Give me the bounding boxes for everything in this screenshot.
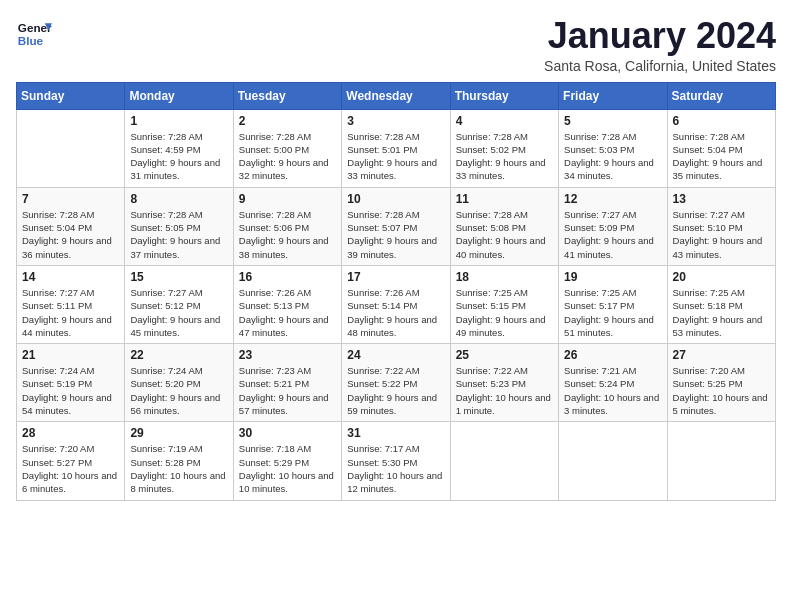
day-number: 6 xyxy=(673,114,770,128)
sunset-text: Sunset: 5:17 PM xyxy=(564,300,634,311)
logo: General Blue xyxy=(16,16,52,52)
cell-info: Sunrise: 7:28 AMSunset: 5:00 PMDaylight:… xyxy=(239,130,336,183)
calendar-cell: 10Sunrise: 7:28 AMSunset: 5:07 PMDayligh… xyxy=(342,187,450,265)
sunset-text: Sunset: 5:27 PM xyxy=(22,457,92,468)
calendar-cell: 14Sunrise: 7:27 AMSunset: 5:11 PMDayligh… xyxy=(17,265,125,343)
calendar-cell: 17Sunrise: 7:26 AMSunset: 5:14 PMDayligh… xyxy=(342,265,450,343)
sunrise-text: Sunrise: 7:25 AM xyxy=(456,287,528,298)
day-number: 4 xyxy=(456,114,553,128)
sunrise-text: Sunrise: 7:28 AM xyxy=(239,209,311,220)
sunset-text: Sunset: 5:28 PM xyxy=(130,457,200,468)
day-number: 19 xyxy=(564,270,661,284)
day-number: 17 xyxy=(347,270,444,284)
sunset-text: Sunset: 5:21 PM xyxy=(239,378,309,389)
calendar-cell: 6Sunrise: 7:28 AMSunset: 5:04 PMDaylight… xyxy=(667,109,775,187)
calendar-cell: 4Sunrise: 7:28 AMSunset: 5:02 PMDaylight… xyxy=(450,109,558,187)
sunrise-text: Sunrise: 7:24 AM xyxy=(130,365,202,376)
cell-info: Sunrise: 7:24 AMSunset: 5:20 PMDaylight:… xyxy=(130,364,227,417)
calendar-week-row: 1Sunrise: 7:28 AMSunset: 4:59 PMDaylight… xyxy=(17,109,776,187)
day-number: 10 xyxy=(347,192,444,206)
weekday-header-tuesday: Tuesday xyxy=(233,82,341,109)
month-title: January 2024 xyxy=(544,16,776,56)
cell-info: Sunrise: 7:27 AMSunset: 5:09 PMDaylight:… xyxy=(564,208,661,261)
sunset-text: Sunset: 5:00 PM xyxy=(239,144,309,155)
calendar-cell: 3Sunrise: 7:28 AMSunset: 5:01 PMDaylight… xyxy=(342,109,450,187)
daylight-text: Daylight: 9 hours and 45 minutes. xyxy=(130,314,220,338)
sunrise-text: Sunrise: 7:28 AM xyxy=(347,209,419,220)
calendar-cell: 2Sunrise: 7:28 AMSunset: 5:00 PMDaylight… xyxy=(233,109,341,187)
sunset-text: Sunset: 5:02 PM xyxy=(456,144,526,155)
cell-info: Sunrise: 7:28 AMSunset: 5:04 PMDaylight:… xyxy=(22,208,119,261)
day-number: 2 xyxy=(239,114,336,128)
cell-info: Sunrise: 7:28 AMSunset: 5:07 PMDaylight:… xyxy=(347,208,444,261)
cell-info: Sunrise: 7:25 AMSunset: 5:17 PMDaylight:… xyxy=(564,286,661,339)
day-number: 30 xyxy=(239,426,336,440)
daylight-text: Daylight: 9 hours and 47 minutes. xyxy=(239,314,329,338)
sunset-text: Sunset: 5:03 PM xyxy=(564,144,634,155)
day-number: 20 xyxy=(673,270,770,284)
daylight-text: Daylight: 9 hours and 38 minutes. xyxy=(239,235,329,259)
day-number: 27 xyxy=(673,348,770,362)
sunset-text: Sunset: 5:22 PM xyxy=(347,378,417,389)
day-number: 3 xyxy=(347,114,444,128)
cell-info: Sunrise: 7:28 AMSunset: 5:01 PMDaylight:… xyxy=(347,130,444,183)
daylight-text: Daylight: 9 hours and 54 minutes. xyxy=(22,392,112,416)
cell-info: Sunrise: 7:28 AMSunset: 4:59 PMDaylight:… xyxy=(130,130,227,183)
calendar-cell: 31Sunrise: 7:17 AMSunset: 5:30 PMDayligh… xyxy=(342,422,450,500)
calendar-week-row: 7Sunrise: 7:28 AMSunset: 5:04 PMDaylight… xyxy=(17,187,776,265)
cell-info: Sunrise: 7:28 AMSunset: 5:02 PMDaylight:… xyxy=(456,130,553,183)
calendar-cell: 23Sunrise: 7:23 AMSunset: 5:21 PMDayligh… xyxy=(233,344,341,422)
svg-text:General: General xyxy=(18,21,52,34)
calendar-table: SundayMondayTuesdayWednesdayThursdayFrid… xyxy=(16,82,776,501)
sunset-text: Sunset: 5:07 PM xyxy=(347,222,417,233)
sunset-text: Sunset: 5:11 PM xyxy=(22,300,92,311)
cell-info: Sunrise: 7:27 AMSunset: 5:12 PMDaylight:… xyxy=(130,286,227,339)
sunrise-text: Sunrise: 7:20 AM xyxy=(22,443,94,454)
daylight-text: Daylight: 10 hours and 10 minutes. xyxy=(239,470,334,494)
sunset-text: Sunset: 5:01 PM xyxy=(347,144,417,155)
day-number: 13 xyxy=(673,192,770,206)
daylight-text: Daylight: 9 hours and 49 minutes. xyxy=(456,314,546,338)
cell-info: Sunrise: 7:22 AMSunset: 5:23 PMDaylight:… xyxy=(456,364,553,417)
cell-info: Sunrise: 7:28 AMSunset: 5:04 PMDaylight:… xyxy=(673,130,770,183)
cell-info: Sunrise: 7:20 AMSunset: 5:25 PMDaylight:… xyxy=(673,364,770,417)
day-number: 8 xyxy=(130,192,227,206)
sunrise-text: Sunrise: 7:28 AM xyxy=(239,131,311,142)
sunrise-text: Sunrise: 7:19 AM xyxy=(130,443,202,454)
calendar-week-row: 14Sunrise: 7:27 AMSunset: 5:11 PMDayligh… xyxy=(17,265,776,343)
cell-info: Sunrise: 7:28 AMSunset: 5:06 PMDaylight:… xyxy=(239,208,336,261)
cell-info: Sunrise: 7:25 AMSunset: 5:18 PMDaylight:… xyxy=(673,286,770,339)
daylight-text: Daylight: 10 hours and 1 minute. xyxy=(456,392,551,416)
sunrise-text: Sunrise: 7:20 AM xyxy=(673,365,745,376)
day-number: 9 xyxy=(239,192,336,206)
sunrise-text: Sunrise: 7:28 AM xyxy=(347,131,419,142)
calendar-cell: 12Sunrise: 7:27 AMSunset: 5:09 PMDayligh… xyxy=(559,187,667,265)
title-block: January 2024 Santa Rosa, California, Uni… xyxy=(544,16,776,74)
weekday-header-thursday: Thursday xyxy=(450,82,558,109)
sunrise-text: Sunrise: 7:22 AM xyxy=(347,365,419,376)
cell-info: Sunrise: 7:20 AMSunset: 5:27 PMDaylight:… xyxy=(22,442,119,495)
svg-text:Blue: Blue xyxy=(18,34,44,47)
sunset-text: Sunset: 5:14 PM xyxy=(347,300,417,311)
cell-info: Sunrise: 7:27 AMSunset: 5:10 PMDaylight:… xyxy=(673,208,770,261)
sunset-text: Sunset: 4:59 PM xyxy=(130,144,200,155)
daylight-text: Daylight: 9 hours and 34 minutes. xyxy=(564,157,654,181)
cell-info: Sunrise: 7:25 AMSunset: 5:15 PMDaylight:… xyxy=(456,286,553,339)
sunrise-text: Sunrise: 7:26 AM xyxy=(239,287,311,298)
sunrise-text: Sunrise: 7:25 AM xyxy=(564,287,636,298)
day-number: 7 xyxy=(22,192,119,206)
sunset-text: Sunset: 5:06 PM xyxy=(239,222,309,233)
day-number: 24 xyxy=(347,348,444,362)
sunset-text: Sunset: 5:04 PM xyxy=(22,222,92,233)
sunset-text: Sunset: 5:13 PM xyxy=(239,300,309,311)
day-number: 12 xyxy=(564,192,661,206)
daylight-text: Daylight: 9 hours and 32 minutes. xyxy=(239,157,329,181)
calendar-cell: 5Sunrise: 7:28 AMSunset: 5:03 PMDaylight… xyxy=(559,109,667,187)
weekday-header-wednesday: Wednesday xyxy=(342,82,450,109)
weekday-header-sunday: Sunday xyxy=(17,82,125,109)
daylight-text: Daylight: 9 hours and 56 minutes. xyxy=(130,392,220,416)
day-number: 14 xyxy=(22,270,119,284)
calendar-cell: 19Sunrise: 7:25 AMSunset: 5:17 PMDayligh… xyxy=(559,265,667,343)
calendar-cell: 7Sunrise: 7:28 AMSunset: 5:04 PMDaylight… xyxy=(17,187,125,265)
page-header: General Blue January 2024 Santa Rosa, Ca… xyxy=(16,16,776,74)
